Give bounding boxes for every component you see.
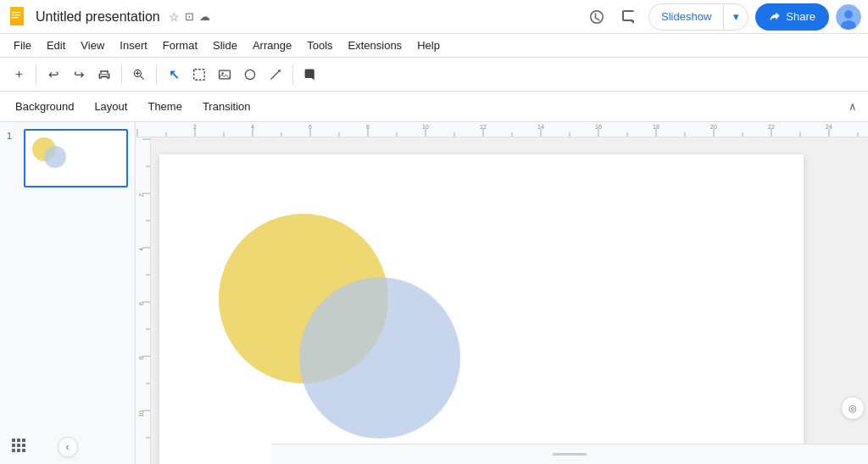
zoom-reset-button[interactable]: ◎	[841, 396, 865, 420]
add-button[interactable]: ＋	[7, 63, 31, 87]
slide-panel: 1 ‹	[0, 122, 136, 464]
version-history-icon[interactable]	[584, 4, 609, 30]
ruler-horizontal: // Will be rendered via JS below	[136, 122, 868, 137]
apps-grid-icon[interactable]	[7, 433, 31, 457]
menu-help[interactable]: Help	[410, 36, 447, 55]
comment-add-button[interactable]	[298, 63, 322, 87]
share-label: Share	[786, 10, 815, 23]
svg-rect-18	[12, 439, 15, 442]
shape-button[interactable]	[238, 63, 262, 87]
menu-file[interactable]: File	[7, 36, 38, 55]
print-button[interactable]	[92, 63, 116, 87]
move-to-folder-icon[interactable]: ⊡	[185, 10, 194, 23]
app-logo[interactable]	[7, 5, 31, 29]
toolbar-divider-1	[36, 64, 36, 85]
collapse-icon[interactable]: ∧	[844, 98, 861, 115]
svg-rect-20	[22, 439, 25, 442]
menu-format[interactable]: Format	[156, 36, 204, 55]
cursor-button[interactable]: ↖	[162, 63, 186, 87]
mini-circle-blue	[44, 146, 66, 168]
svg-rect-24	[12, 449, 15, 452]
svg-point-6	[844, 10, 853, 19]
svg-rect-12	[194, 69, 204, 79]
title-actions: Slideshow ▾ Share	[584, 3, 861, 31]
layout-button[interactable]: Layout	[86, 97, 136, 116]
svg-line-9	[141, 75, 144, 79]
background-button[interactable]: Background	[7, 97, 82, 116]
svg-rect-22	[17, 444, 20, 447]
share-button[interactable]: Share	[755, 3, 829, 31]
menu-arrange[interactable]: Arrange	[246, 36, 298, 55]
title-bar: Untitled presentation ☆ ⊡ ☁ Slideshow ▾ …	[0, 0, 868, 34]
svg-rect-3	[12, 14, 20, 16]
svg-rect-21	[12, 444, 15, 447]
region-select-button[interactable]	[187, 63, 211, 87]
main-area: 1 ‹	[0, 122, 868, 464]
slideshow-dropdown[interactable]: ▾	[724, 4, 748, 30]
menu-tools[interactable]: Tools	[300, 36, 339, 55]
canvas-with-ruler: ◎	[136, 137, 868, 464]
canvas-area: // Will be rendered via JS below	[136, 122, 868, 464]
svg-line-16	[270, 70, 280, 79]
slide-number: 1	[7, 129, 19, 141]
line-button[interactable]	[264, 63, 287, 87]
scroll-indicator	[553, 453, 587, 456]
toolbar: ＋ ↩ ↪ ↖	[0, 58, 868, 92]
document-title[interactable]: Untitled presentation	[36, 9, 160, 25]
slide-item-1: 1	[7, 129, 128, 187]
slide-thumb-inner	[25, 131, 126, 186]
slideshow-button[interactable]: Slideshow ▾	[648, 3, 748, 31]
right-scrollbar: ◎	[856, 137, 868, 444]
cloud-sync-icon[interactable]: ☁	[199, 10, 210, 23]
svg-rect-26	[22, 449, 25, 452]
slide-content[interactable]	[159, 154, 804, 464]
menu-insert[interactable]: Insert	[113, 36, 154, 55]
slideshow-label[interactable]: Slideshow	[649, 4, 724, 30]
menu-bar: File Edit View Insert Format Slide Arran…	[0, 34, 868, 58]
bottom-bar	[271, 444, 868, 464]
zoom-button[interactable]	[127, 63, 151, 87]
svg-rect-1	[10, 7, 24, 25]
slide-thumbnail[interactable]	[24, 129, 128, 187]
toolbar-divider-3	[156, 64, 157, 85]
secondary-toolbar: Background Layout Theme Transition ∧	[0, 92, 868, 122]
svg-rect-25	[17, 449, 20, 452]
svg-point-15	[245, 70, 254, 79]
menu-extensions[interactable]: Extensions	[342, 36, 409, 55]
menu-view[interactable]: View	[74, 36, 111, 55]
undo-button[interactable]: ↩	[42, 63, 65, 87]
svg-rect-19	[17, 439, 20, 442]
user-avatar[interactable]	[836, 4, 861, 30]
toolbar-divider-4	[292, 64, 293, 85]
panel-toggle-button[interactable]: ‹	[58, 437, 78, 457]
theme-button[interactable]: Theme	[139, 97, 190, 116]
circle-blue[interactable]	[299, 277, 460, 439]
image-button[interactable]	[213, 63, 236, 87]
svg-rect-23	[22, 444, 25, 447]
svg-rect-2	[12, 12, 20, 14]
transition-button[interactable]: Transition	[194, 97, 259, 116]
menu-edit[interactable]: Edit	[40, 36, 72, 55]
star-icon[interactable]: ☆	[169, 10, 180, 24]
svg-rect-4	[12, 17, 18, 19]
toolbar-collapse[interactable]: ∧	[844, 98, 861, 115]
toolbar-divider-2	[121, 64, 122, 85]
redo-button[interactable]: ↪	[67, 63, 91, 87]
comments-icon[interactable]	[616, 4, 642, 30]
menu-slide[interactable]: Slide	[206, 36, 244, 55]
svg-point-14	[221, 72, 223, 74]
slide-canvas[interactable]	[151, 137, 868, 464]
ruler-vertical	[136, 137, 151, 464]
